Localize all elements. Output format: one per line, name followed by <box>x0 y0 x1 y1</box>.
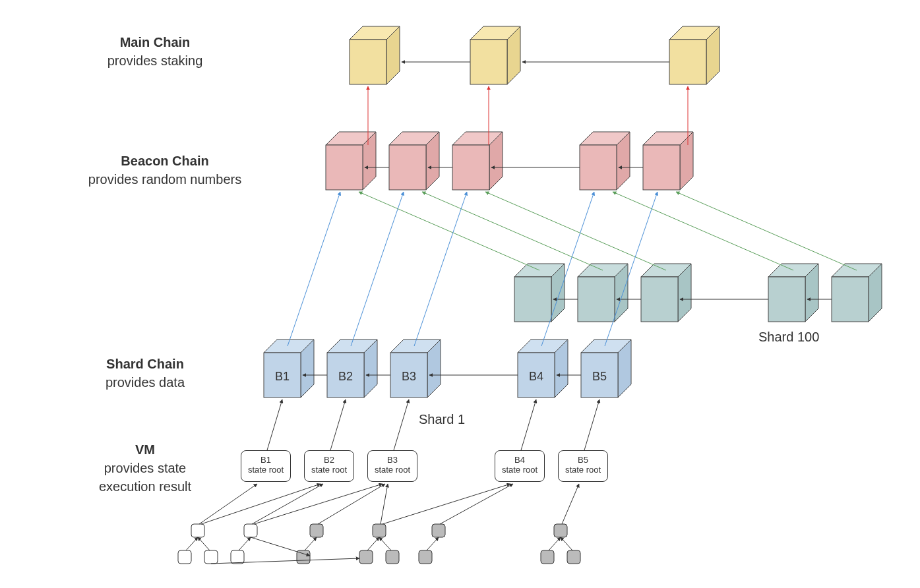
svg-rect-97 <box>373 524 386 537</box>
diagram-svg: B1 B2 B3 B4 B5 <box>13 13 920 588</box>
svg-rect-44 <box>768 277 805 322</box>
svg-rect-5 <box>470 40 507 84</box>
svg-line-109 <box>561 537 572 550</box>
svg-rect-94 <box>310 524 323 537</box>
svg-rect-88 <box>204 550 218 564</box>
svg-rect-19 <box>452 145 489 190</box>
stateroot-b1-title: B1 <box>241 455 290 465</box>
shard1-b1-label: B1 <box>275 370 290 383</box>
svg-line-96 <box>305 537 317 550</box>
beacon-chain-cubes <box>326 132 693 190</box>
stateroot-b5-title: B5 <box>559 455 607 465</box>
shard1-b5-label: B5 <box>592 370 607 383</box>
stateroot-b5: B5 state root <box>558 450 608 482</box>
svg-rect-86 <box>191 524 204 537</box>
main-chain-label: Main Chain provides staking <box>59 33 251 70</box>
shard-chain-sub: provides data <box>59 373 231 392</box>
svg-line-81 <box>267 399 282 450</box>
svg-rect-2 <box>350 40 386 84</box>
stateroot-b4-title: B4 <box>495 455 544 465</box>
beacon-chain-title: Beacon Chain <box>59 152 270 170</box>
diagram-canvas: B1 B2 B3 B4 B5 <box>13 13 920 588</box>
svg-rect-98 <box>359 550 373 564</box>
svg-rect-13 <box>326 145 363 190</box>
svg-line-84 <box>521 399 536 450</box>
svg-rect-25 <box>643 145 680 190</box>
shard-chain-title: Shard Chain <box>59 355 231 373</box>
svg-rect-91 <box>244 524 257 537</box>
svg-rect-103 <box>419 550 432 564</box>
stateroot-b4-sub: state root <box>502 465 537 475</box>
stateroot-b4: B4 state root <box>495 450 545 482</box>
vm-sub: provides state <box>59 459 231 477</box>
stateroot-b5-sub: state root <box>565 465 601 475</box>
shard1-b2-label: B2 <box>338 370 353 383</box>
stateroot-b1-sub: state root <box>248 465 284 475</box>
vm-title: VM <box>59 440 231 459</box>
beacon-chain-sub: provides random numbers <box>59 170 270 189</box>
shard-chain-label: Shard Chain provides data <box>59 355 231 392</box>
svg-line-108 <box>549 537 561 550</box>
svg-line-89 <box>186 537 198 550</box>
svg-line-114 <box>318 484 385 524</box>
svg-line-76 <box>288 192 340 346</box>
stateroot-b3: B3 state root <box>367 450 417 482</box>
stateroot-b3-sub: state root <box>375 465 410 475</box>
svg-line-119 <box>251 537 310 556</box>
vm-label: VM provides state execution result <box>59 440 231 496</box>
svg-rect-102 <box>432 524 445 537</box>
svg-rect-35 <box>514 277 551 322</box>
svg-line-100 <box>367 537 379 550</box>
beacon-chain-label: Beacon Chain provides random numbers <box>59 152 270 189</box>
svg-rect-107 <box>567 550 580 564</box>
svg-rect-99 <box>386 550 399 564</box>
svg-line-116 <box>383 484 510 524</box>
svg-line-85 <box>584 399 599 450</box>
svg-rect-16 <box>389 145 426 190</box>
svg-rect-41 <box>641 277 678 322</box>
svg-rect-105 <box>554 524 567 537</box>
svg-line-104 <box>427 537 439 550</box>
svg-line-82 <box>330 399 346 450</box>
svg-line-90 <box>198 537 210 550</box>
svg-rect-8 <box>669 40 706 84</box>
stateroot-b2: B2 state root <box>304 450 354 482</box>
shard100-cubes <box>514 264 882 322</box>
svg-rect-87 <box>178 550 191 564</box>
stateroot-b2-sub: state root <box>311 465 347 475</box>
svg-rect-92 <box>231 550 244 564</box>
svg-line-101 <box>379 537 391 550</box>
stateroot-b3-title: B3 <box>368 455 417 465</box>
stateroot-b2-title: B2 <box>305 455 353 465</box>
svg-line-77 <box>351 192 404 346</box>
shard1-b3-label: B3 <box>402 370 416 383</box>
vm-nodes <box>178 524 580 564</box>
svg-line-83 <box>394 399 409 450</box>
stateroot-b1: B1 state root <box>241 450 291 482</box>
svg-line-117 <box>440 484 513 524</box>
svg-line-113 <box>254 484 383 524</box>
shard1-cubes: B1 B2 B3 B4 B5 <box>264 339 631 397</box>
main-chain-cubes <box>350 26 720 84</box>
shard100-label: Shard 100 <box>758 330 819 345</box>
main-chain-title: Main Chain <box>59 33 251 51</box>
svg-rect-106 <box>541 550 554 564</box>
svg-line-115 <box>381 484 388 524</box>
shard1-b4-label: B4 <box>529 370 543 383</box>
svg-line-112 <box>252 484 323 524</box>
svg-rect-22 <box>580 145 617 190</box>
svg-line-78 <box>414 192 467 346</box>
svg-line-118 <box>562 484 579 524</box>
svg-line-93 <box>239 537 251 550</box>
svg-rect-38 <box>578 277 615 322</box>
vm-sub2: execution result <box>59 477 231 496</box>
shard1-label: Shard 1 <box>419 412 465 427</box>
svg-rect-47 <box>832 277 869 322</box>
main-chain-sub: provides staking <box>59 51 251 70</box>
